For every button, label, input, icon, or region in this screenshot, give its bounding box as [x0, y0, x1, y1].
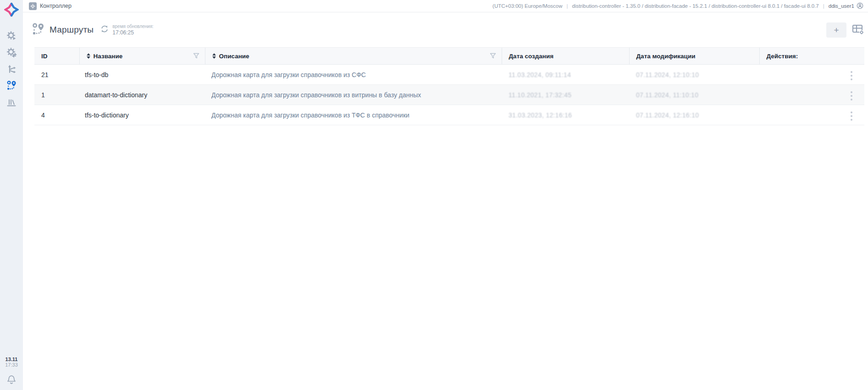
sidebar: 13.11 17:33 [0, 0, 23, 390]
page-toolbar: Маршруты время обновления: 17:06:25 [23, 12, 868, 47]
table-row[interactable]: 1 datamart-to-dictionary Дорожная карта … [34, 85, 864, 105]
route-description: Дорожная карта для загрузки справочников… [205, 85, 502, 105]
row-actions-menu-icon[interactable] [849, 110, 854, 123]
route-created: 11.10.2021, 17:32:45 [502, 85, 629, 105]
route-modified: 07.11.2024, 12:16:10 [629, 105, 759, 125]
notifications-button[interactable] [0, 374, 23, 386]
user-icon [857, 2, 863, 10]
sidebar-item-distribution[interactable] [6, 64, 17, 75]
timezone-label: (UTC+03:00) Europe/Moscow [492, 3, 562, 9]
row-actions-menu-icon[interactable] [849, 69, 854, 82]
sidebar-item-routes[interactable] [6, 81, 17, 92]
routes-table: ID Название [34, 47, 864, 125]
sidebar-item-processes[interactable] [6, 31, 17, 42]
username-label: ddis_user1 [829, 3, 854, 9]
route-description: Дорожная карта для загрузки справочников… [205, 65, 502, 85]
controller-badge-icon [29, 2, 37, 10]
spread-arrows-icon [6, 63, 17, 76]
table-row[interactable]: 21 tfs-to-db Дорожная карта для загрузки… [34, 65, 864, 85]
refresh-icon[interactable] [100, 24, 109, 35]
route-modified: 07.11.2024, 12:10:10 [629, 65, 759, 85]
route-id: 21 [34, 65, 79, 85]
route-created: 31.03.2023, 12:16:16 [502, 105, 629, 125]
refresh-time-label: время обновления: [112, 24, 154, 29]
sort-icon[interactable] [87, 53, 90, 59]
toolbar-actions: + [826, 22, 864, 38]
versions-label: distribution-controller - 1.35.0 / distr… [572, 3, 819, 9]
topbar-info: (UTC+03:00) Europe/Moscow | distribution… [492, 2, 863, 10]
build-time: 17:33 [0, 362, 23, 368]
column-header-description: Описание [205, 48, 502, 65]
books-icon [6, 96, 17, 109]
breadcrumb[interactable]: Контроллер [29, 2, 72, 10]
sidebar-item-services[interactable] [6, 48, 17, 59]
topbar: Контроллер (UTC+03:00) Europe/Moscow | d… [23, 0, 868, 12]
route-created: 11.03.2024, 09:11:14 [502, 65, 629, 85]
main-area: Контроллер (UTC+03:00) Europe/Moscow | d… [23, 0, 868, 390]
separator: | [823, 3, 824, 9]
breadcrumb-label: Контроллер [40, 3, 72, 9]
sort-icon[interactable] [212, 53, 216, 59]
page-title: Маршруты [50, 25, 94, 35]
gear-play-icon [6, 30, 17, 43]
build-info: 13.11 17:33 [0, 357, 23, 368]
refresh-time-value: 17:06:25 [112, 29, 154, 36]
filter-icon[interactable] [490, 53, 496, 59]
column-header-actions: Действия: [759, 48, 864, 65]
route-id: 4 [34, 105, 79, 125]
route-name: tfs-to-db [79, 65, 205, 85]
table-settings-icon [852, 24, 864, 36]
gear-sync-icon [6, 47, 17, 60]
separator: | [567, 3, 568, 9]
refresh-group: время обновления: 17:06:25 [100, 24, 154, 36]
table-settings-button[interactable] [852, 24, 864, 36]
sidebar-item-dictionaries[interactable] [6, 97, 17, 108]
user-menu[interactable]: ddis_user1 [829, 2, 863, 10]
build-date: 13.11 [0, 357, 23, 362]
route-modified: 07.11.2024, 11:10:10 [629, 85, 759, 105]
row-actions-menu-icon[interactable] [849, 89, 854, 102]
routes-title-icon [31, 22, 45, 38]
route-id: 1 [34, 85, 79, 105]
column-header-modified: Дата модификации [629, 48, 759, 65]
column-header-created: Дата создания [502, 48, 629, 65]
column-header-id: ID [34, 48, 79, 65]
app-logo-icon[interactable] [4, 2, 19, 19]
route-description: Дорожная карта для загрузки справочников… [205, 105, 502, 125]
table-header-row: ID Название [34, 48, 864, 65]
table-row[interactable]: 4 tfs-to-dictionary Дорожная карта для з… [34, 105, 864, 125]
route-name: tfs-to-dictionary [79, 105, 205, 125]
route-name: datamart-to-dictionary [79, 85, 205, 105]
add-route-button[interactable]: + [826, 22, 846, 38]
column-header-name: Название [79, 48, 205, 65]
route-icon [6, 80, 17, 93]
bell-icon [6, 374, 17, 386]
filter-icon[interactable] [193, 53, 199, 59]
page-title-group: Маршруты [31, 22, 94, 38]
